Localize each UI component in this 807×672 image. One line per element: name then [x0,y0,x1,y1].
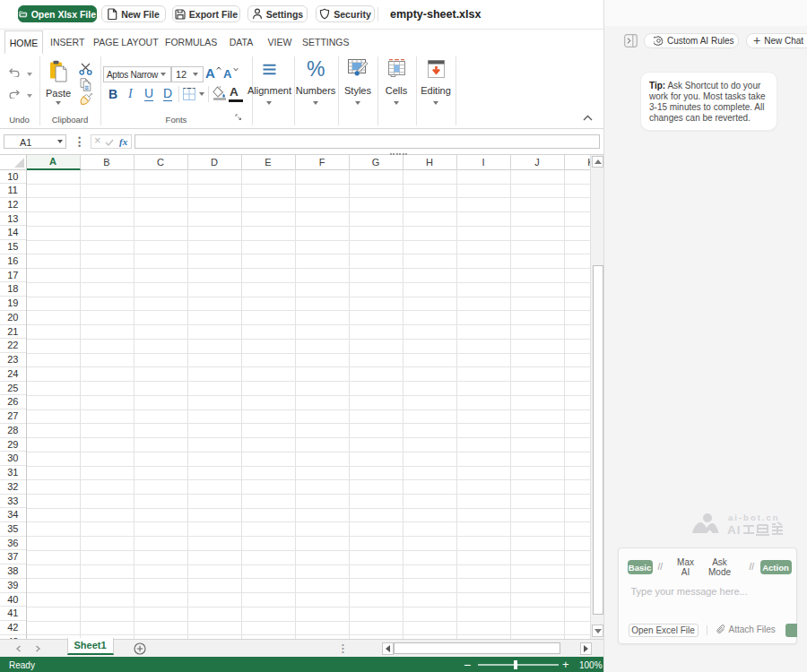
svg-text:ai-bot.cn: ai-bot.cn [728,513,780,522]
svg-text:AI: AI [727,523,742,537]
